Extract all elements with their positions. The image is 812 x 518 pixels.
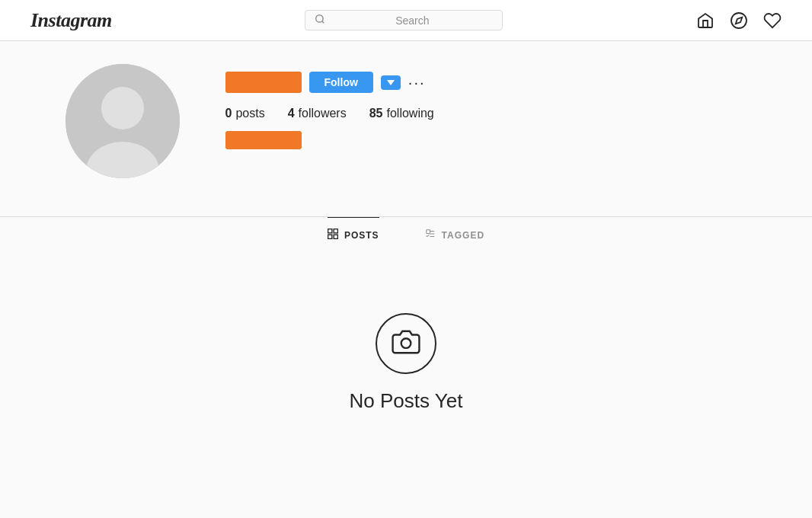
- explore-icon[interactable]: [730, 11, 748, 30]
- svg-point-5: [101, 87, 144, 130]
- no-posts-text: No Posts Yet: [350, 389, 463, 413]
- followers-label: followers: [299, 107, 347, 120]
- tabs-container: POSTS TAGGED: [50, 217, 762, 252]
- following-stat[interactable]: 85 following: [369, 107, 434, 120]
- svg-rect-11: [426, 230, 430, 234]
- svg-point-12: [401, 338, 411, 348]
- profile-info: Follow ··· 0 posts 4 followers: [225, 64, 747, 149]
- following-count: 85: [369, 107, 383, 120]
- svg-line-1: [322, 21, 324, 24]
- search-bar[interactable]: [305, 10, 503, 30]
- svg-rect-10: [334, 235, 337, 238]
- heart-icon[interactable]: [763, 11, 782, 30]
- grid-icon: [328, 229, 338, 241]
- profile-stats: 0 posts 4 followers 85 following: [225, 107, 747, 120]
- tab-tagged[interactable]: TAGGED: [425, 217, 484, 252]
- header: Instagram: [0, 0, 812, 41]
- svg-point-0: [316, 15, 323, 22]
- logo: Instagram: [30, 9, 112, 32]
- profile-actions: Follow ···: [225, 72, 747, 93]
- posts-label: posts: [235, 107, 264, 120]
- svg-rect-9: [328, 235, 332, 238]
- avatar-silhouette: [66, 64, 180, 178]
- empty-state: No Posts Yet: [0, 252, 812, 443]
- nav-icons: [696, 11, 782, 30]
- tab-tagged-label: TAGGED: [442, 230, 484, 241]
- svg-rect-8: [334, 229, 337, 233]
- more-options-button[interactable]: ···: [408, 75, 426, 90]
- search-input[interactable]: [331, 14, 493, 27]
- svg-marker-3: [736, 17, 742, 23]
- home-icon[interactable]: [696, 11, 714, 30]
- posts-stat: 0 posts: [225, 107, 265, 120]
- bio-block: [225, 131, 302, 149]
- tag-icon: [425, 229, 436, 241]
- followers-stat[interactable]: 4 followers: [288, 107, 347, 120]
- posts-count: 0: [225, 107, 232, 120]
- search-icon: [315, 14, 325, 27]
- camera-circle: [376, 313, 436, 374]
- tab-posts[interactable]: POSTS: [328, 217, 379, 252]
- following-label: following: [387, 107, 434, 120]
- follow-dropdown-button[interactable]: [381, 75, 401, 90]
- profile-container: Follow ··· 0 posts 4 followers: [50, 41, 762, 209]
- profile-top: Follow ··· 0 posts 4 followers: [66, 64, 747, 178]
- tab-posts-label: POSTS: [344, 230, 379, 241]
- camera-icon: [392, 328, 420, 360]
- username-block: [225, 72, 302, 93]
- followers-count: 4: [288, 107, 295, 120]
- svg-point-2: [731, 13, 746, 28]
- avatar-wrapper: [66, 64, 180, 178]
- follow-button[interactable]: Follow: [309, 72, 373, 93]
- avatar: [66, 64, 180, 178]
- svg-rect-7: [328, 229, 332, 233]
